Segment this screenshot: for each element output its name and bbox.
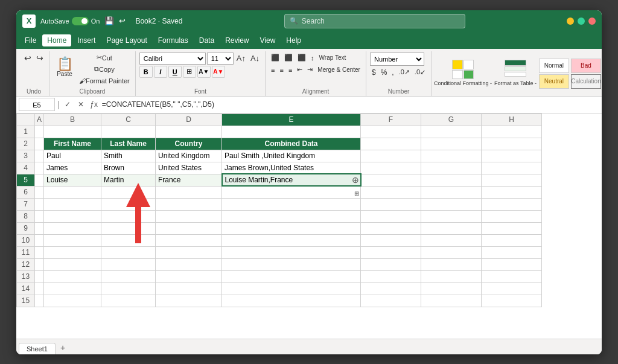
- insert-function-icon[interactable]: ƒx: [89, 100, 100, 109]
- cell-d3[interactable]: United Kingdom: [156, 150, 222, 162]
- neutral-style[interactable]: Neutral: [539, 74, 569, 89]
- menu-home[interactable]: Home: [42, 34, 71, 46]
- cell-a3[interactable]: [35, 150, 44, 162]
- cell-b5[interactable]: Louise: [44, 174, 101, 186]
- align-top-right-button[interactable]: ⬛: [296, 53, 308, 63]
- col-header-d[interactable]: D: [156, 113, 222, 126]
- comma-button[interactable]: ,: [390, 67, 395, 78]
- fill-color-button[interactable]: A▼: [197, 66, 211, 78]
- cell-a1[interactable]: [35, 126, 44, 138]
- percent-button[interactable]: $: [370, 67, 378, 78]
- cell-c6[interactable]: [101, 186, 156, 198]
- menu-help[interactable]: Help: [281, 34, 306, 46]
- cell-g6[interactable]: [421, 186, 482, 198]
- undo-button[interactable]: ↩: [22, 53, 33, 63]
- cut-button[interactable]: ✂ Cut: [77, 53, 132, 63]
- cell-d2[interactable]: Country: [156, 138, 222, 150]
- cell-g4[interactable]: [421, 162, 482, 174]
- cell-h6[interactable]: [482, 186, 542, 198]
- cell-e5[interactable]: Louise Martin,France ⊕: [222, 174, 361, 186]
- dollar-button[interactable]: %: [379, 67, 389, 78]
- menu-data[interactable]: Data: [194, 34, 219, 46]
- align-center-button[interactable]: ≡: [278, 65, 285, 75]
- col-header-a[interactable]: A: [35, 113, 44, 126]
- cell-h4[interactable]: [482, 162, 542, 174]
- add-sheet-button[interactable]: +: [56, 341, 70, 354]
- cell-d1[interactable]: [156, 126, 222, 138]
- cell-g2[interactable]: [421, 138, 482, 150]
- cell-b3[interactable]: Paul: [44, 150, 101, 162]
- number-format-select[interactable]: Number: [370, 53, 424, 66]
- checkmark-icon[interactable]: ✓: [62, 100, 73, 109]
- cell-a6[interactable]: [35, 186, 44, 198]
- menu-page-layout[interactable]: Page Layout: [101, 34, 151, 46]
- cell-c1[interactable]: [101, 126, 156, 138]
- border-button[interactable]: ⊞: [183, 66, 196, 78]
- normal-style[interactable]: Normal: [539, 59, 569, 73]
- paste-button[interactable]: 📋 Paste: [53, 53, 76, 83]
- cell-e6[interactable]: ⊞: [222, 186, 361, 198]
- maximize-button[interactable]: [578, 18, 585, 25]
- conditional-formatting-btn[interactable]: Conditional Formatting -: [434, 60, 492, 87]
- cell-f1[interactable]: [361, 126, 421, 138]
- align-right-button[interactable]: ≡: [287, 65, 294, 75]
- indent-increase-button[interactable]: ⇥: [305, 65, 314, 75]
- align-top-left-button[interactable]: ⬛: [269, 53, 281, 63]
- orientation-button[interactable]: ↕: [309, 53, 316, 63]
- col-header-b[interactable]: B: [44, 113, 101, 126]
- autosave-toggle[interactable]: [72, 17, 89, 25]
- cell-a2[interactable]: [35, 138, 44, 150]
- cell-d6[interactable]: [156, 186, 222, 198]
- menu-review[interactable]: Review: [220, 34, 253, 46]
- cell-b4[interactable]: James: [44, 162, 101, 174]
- cell-d5[interactable]: France: [156, 174, 222, 186]
- cell-c5[interactable]: Martin: [101, 174, 156, 186]
- cell-reference[interactable]: E5: [19, 98, 55, 111]
- align-top-center-button[interactable]: ⬛: [282, 53, 295, 63]
- font-size-select[interactable]: 11: [207, 53, 234, 65]
- search-box[interactable]: 🔍 Search: [284, 14, 465, 28]
- bad-style[interactable]: Bad: [571, 59, 601, 73]
- formula-input[interactable]: [102, 98, 599, 111]
- cancel-formula-icon[interactable]: ✕: [75, 100, 86, 109]
- cell-b6[interactable]: [44, 186, 101, 198]
- calculation-style[interactable]: Calculation: [571, 74, 601, 89]
- merge-center-button[interactable]: Merge & Center: [316, 65, 362, 75]
- cell-c3[interactable]: Smith: [101, 150, 156, 162]
- close-button[interactable]: [588, 18, 596, 25]
- bold-button[interactable]: B: [139, 66, 153, 78]
- cell-e3[interactable]: Paul Smith ,United Kingdom: [222, 150, 361, 162]
- format-painter-button[interactable]: 🖌 Format Painter: [77, 75, 132, 86]
- cell-h5[interactable]: [482, 174, 542, 186]
- col-header-e[interactable]: E: [222, 113, 361, 126]
- cell-a5[interactable]: [35, 174, 44, 186]
- redo-button[interactable]: ↪: [34, 53, 45, 63]
- font-color-button[interactable]: A▼: [212, 66, 225, 78]
- cell-c4[interactable]: Brown: [101, 162, 156, 174]
- col-header-c[interactable]: C: [101, 113, 156, 126]
- cell-h1[interactable]: [482, 126, 542, 138]
- cell-e4[interactable]: James Brown,United States: [222, 162, 361, 174]
- increase-decimal-button[interactable]: .0↗: [397, 67, 412, 78]
- cell-f3[interactable]: [361, 150, 421, 162]
- increase-font-button[interactable]: A↑: [235, 53, 247, 64]
- menu-view[interactable]: View: [255, 34, 281, 46]
- col-header-h[interactable]: H: [482, 113, 542, 126]
- cell-f5[interactable]: [361, 174, 421, 186]
- cell-b1[interactable]: [44, 126, 101, 138]
- cell-g1[interactable]: [421, 126, 482, 138]
- col-header-f[interactable]: F: [361, 113, 421, 126]
- col-header-g[interactable]: G: [421, 113, 482, 126]
- cell-f6[interactable]: [361, 186, 421, 198]
- menu-formulas[interactable]: Formulas: [153, 34, 193, 46]
- minimize-button[interactable]: [567, 18, 574, 25]
- cell-e1[interactable]: [222, 126, 361, 138]
- decrease-font-button[interactable]: A↓: [249, 53, 261, 64]
- cell-h2[interactable]: [482, 138, 542, 150]
- wrap-text-button[interactable]: Wrap Text: [317, 53, 348, 63]
- format-as-table-btn[interactable]: Format as Table -: [494, 60, 537, 87]
- sheet-tab-1[interactable]: Sheet1: [19, 343, 56, 354]
- cell-c2[interactable]: Last Name: [101, 138, 156, 150]
- align-left-button[interactable]: ≡: [269, 65, 276, 75]
- menu-file[interactable]: File: [20, 34, 41, 46]
